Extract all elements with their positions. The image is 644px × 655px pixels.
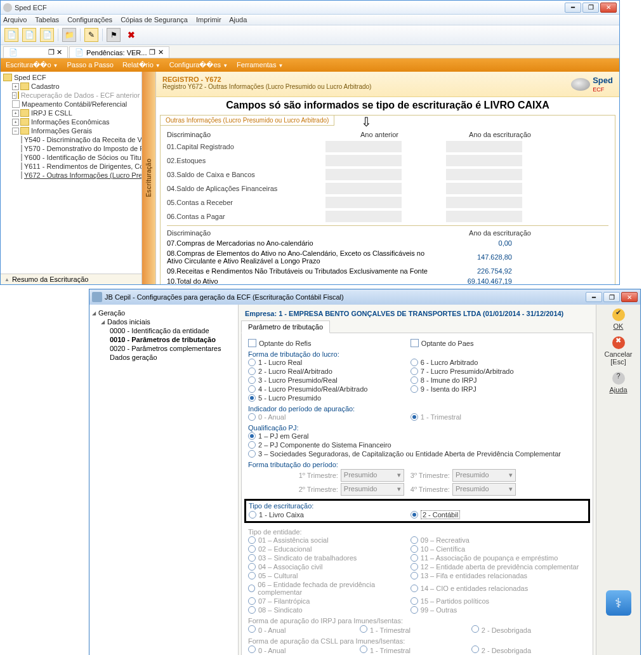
rad-csll1: [360, 645, 367, 653]
tree-y611[interactable]: Y611 - Rendimentos de Dirigentes, Consel…: [3, 162, 141, 171]
app2-icon: [92, 292, 102, 302]
toolbar-btn-close[interactable]: ✖: [124, 28, 138, 42]
t2-0020[interactable]: 0020 - Parâmetros complementares: [92, 344, 235, 353]
sect-csll: Forma de apuração da CSLL para Imunes/Is…: [248, 635, 586, 645]
param-tab[interactable]: Parâmetro de tributação: [241, 321, 330, 333]
menu-copias[interactable]: Cópias de Segurança: [121, 16, 188, 23]
highlight-tipo-escrituracao: Tipo de escrituração: 1 - Livro Caixa2 -…: [244, 499, 590, 523]
window-title: Sped ECF: [15, 4, 565, 11]
chk-refis[interactable]: [248, 339, 256, 347]
rad-fl3[interactable]: [248, 376, 256, 384]
minimize-button[interactable]: ━: [565, 3, 581, 13]
input-05-esc[interactable]: [446, 197, 522, 208]
val-10: 69.140.467,19: [440, 277, 516, 284]
panel-tab[interactable]: Outras Informações (Lucro Presumido ou L…: [160, 115, 334, 126]
ok-button[interactable]: ✔OK: [598, 308, 639, 330]
tree-y600[interactable]: Y600 - Identificação de Sócios ou Titula…: [3, 153, 141, 162]
input-02-esc[interactable]: [446, 155, 522, 166]
rad-fl1[interactable]: [248, 359, 256, 366]
rad-qp1[interactable]: [248, 432, 256, 440]
rad-e06: [248, 585, 255, 592]
toolbar-btn-4[interactable]: 📁: [62, 28, 76, 42]
orange-nav: Escritura��o ▼ Passo a Passo Relat�rio ▼…: [1, 58, 619, 72]
sped-logo: SpedECF: [571, 76, 613, 93]
rad-fl6[interactable]: [411, 359, 418, 366]
input-01-ant[interactable]: [325, 141, 402, 152]
t2-dados-geracao[interactable]: Dados geração: [92, 353, 235, 362]
cancel-button[interactable]: ✖Cancelar [Esc]: [598, 336, 639, 366]
maximize-button[interactable]: ❐: [582, 3, 599, 13]
rad-fl4[interactable]: [248, 385, 256, 393]
rad-irpj1: [360, 625, 367, 633]
row-03: 03.Saldo de Caixa e Bancos: [167, 171, 319, 178]
rad-e02: [248, 545, 256, 553]
toolbar-btn-2[interactable]: 📄: [22, 28, 36, 42]
menu-arquivo[interactable]: Arquivo: [3, 16, 27, 23]
close-button[interactable]: ✕: [600, 3, 617, 13]
rad-te2[interactable]: [411, 511, 418, 519]
tree-info-eco[interactable]: +Informações Econômicas: [3, 117, 141, 126]
toolbar-btn-6[interactable]: ⚑: [107, 28, 121, 42]
arrow-icon: ⇩: [361, 114, 372, 129]
sel-t4: Presumido: [452, 483, 516, 496]
input-06-esc[interactable]: [446, 211, 522, 222]
rad-e99: [411, 606, 418, 614]
tree-y570[interactable]: Y570 - Demonstrativo do Imposto de Renda…: [3, 144, 141, 153]
rad-fl2[interactable]: [248, 367, 256, 375]
tree-y672[interactable]: Y672 - Outras Informações (Lucro Presumi…: [3, 171, 141, 180]
rad-fl8[interactable]: [411, 376, 418, 384]
toolbar-btn-5[interactable]: ✎: [84, 28, 98, 42]
input-05-ant[interactable]: [325, 197, 402, 208]
menu-config[interactable]: Configurações: [67, 16, 112, 23]
rad-irpj0: [248, 625, 256, 633]
t2-0010[interactable]: 0010 - Parâmetros de tributação: [92, 335, 235, 344]
menu-ajuda[interactable]: Ajuda: [229, 16, 247, 23]
tree-y540[interactable]: Y540 - Discriminação da Receita de Venda…: [3, 135, 141, 144]
input-03-ant[interactable]: [325, 169, 402, 180]
nav-config[interactable]: Configura��es ▼: [169, 61, 228, 69]
side-buttons: ✔OK ✖Cancelar [Esc] ?Ajuda ⚕: [596, 305, 640, 655]
tree-root[interactable]: Sped ECF: [3, 73, 141, 82]
rad-e10: [411, 545, 418, 553]
col2-disc: Discriminação: [167, 229, 440, 237]
t2-geracao[interactable]: ◢Geração: [92, 308, 235, 317]
close2-button[interactable]: ✕: [621, 292, 638, 302]
rad-fl9[interactable]: [411, 385, 418, 393]
nav-relatorio[interactable]: Relat�rio ▼: [122, 61, 161, 69]
toolbar-btn-3[interactable]: 📄: [40, 28, 54, 42]
t2-dados-iniciais[interactable]: ◢Dados iniciais: [92, 317, 235, 326]
rad-te1[interactable]: [249, 511, 256, 519]
row-09: 09.Receitas e Rendimentos Não Tributávei…: [167, 267, 440, 275]
tree-info-gerais[interactable]: −Informações Gerais: [3, 126, 141, 135]
t2-0000[interactable]: 0000 - Identificação da entidade: [92, 326, 235, 335]
toolbar-btn-1[interactable]: 📄: [4, 28, 18, 42]
input-02-ant[interactable]: [325, 155, 402, 166]
nav-passo[interactable]: Passo a Passo: [67, 61, 114, 69]
help-button[interactable]: ?Ajuda: [598, 372, 639, 394]
rad-qp2[interactable]: [248, 441, 256, 449]
min2-button[interactable]: ━: [586, 292, 602, 302]
tree-mapeamento[interactable]: Mapeamento Contábil/Referencial: [3, 100, 141, 109]
nav-escrituracao[interactable]: Escritura��o ▼: [6, 61, 58, 69]
tab-1[interactable]: 📄 ❐ ✕: [3, 46, 68, 58]
rad-e09: [411, 536, 418, 544]
menu-imprimir[interactable]: Imprimir: [196, 16, 221, 23]
tree-footer[interactable]: ▲Resumo da Escrituração: [1, 274, 141, 284]
max2-button[interactable]: ❐: [603, 292, 620, 302]
rad-qp3[interactable]: [248, 450, 256, 458]
input-06-ant[interactable]: [325, 211, 402, 222]
chk-paes[interactable]: [411, 339, 419, 347]
tree-irpj[interactable]: +IRPJ E CSLL: [3, 109, 141, 117]
vertical-tab[interactable]: Escrituração: [142, 72, 156, 284]
tree-recuperacao[interactable]: +Recuperação de Dados - ECF anterior e E…: [3, 91, 141, 100]
tree-cadastro[interactable]: +Cadastro: [3, 82, 141, 91]
menu-tabelas[interactable]: Tabelas: [35, 16, 59, 23]
rad-fl7[interactable]: [411, 367, 418, 375]
input-04-esc[interactable]: [446, 183, 522, 194]
rad-fl5[interactable]: [248, 394, 256, 402]
input-03-esc[interactable]: [446, 169, 522, 180]
nav-ferramentas[interactable]: Ferramentas ▼: [237, 61, 283, 69]
input-04-ant[interactable]: [325, 183, 402, 194]
input-01-esc[interactable]: [446, 141, 522, 152]
tab-pendencias[interactable]: 📄Pendências: VER... ❐ ✕: [69, 46, 169, 58]
